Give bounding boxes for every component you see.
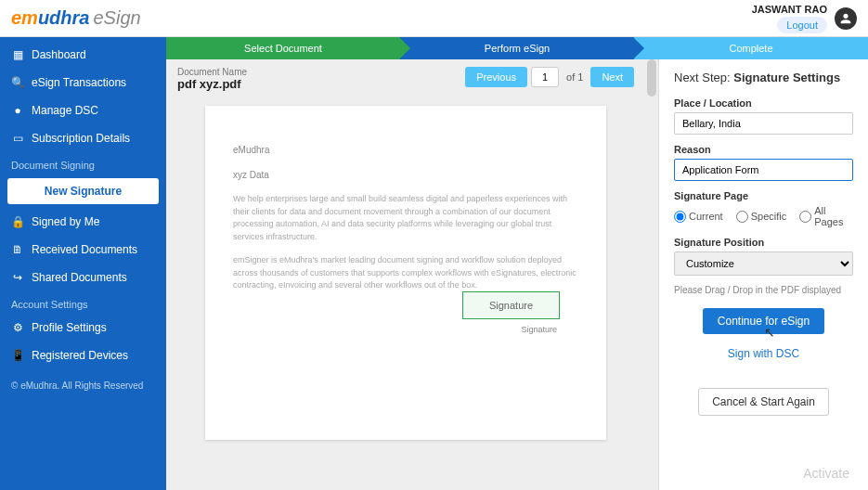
settings-pane: Next Step: Signature Settings Place / Lo… (658, 59, 868, 490)
lock-icon: 🔒 (11, 215, 24, 228)
step-complete[interactable]: Complete (634, 37, 868, 59)
pdf-paragraph: emSigner is eMudhra's market leading doc… (233, 254, 578, 292)
document-name-label: Document Name (177, 67, 247, 77)
place-input[interactable] (674, 112, 853, 135)
radio-all-label: All Pages (814, 205, 853, 227)
step-bar: Select Document Perform eSign Complete (166, 37, 868, 59)
sidebar-section-account: Account Settings (0, 291, 166, 314)
previous-button[interactable]: Previous (465, 67, 527, 87)
radio-all[interactable]: All Pages (799, 205, 853, 227)
sidebar-item-label: Manage DSC (32, 104, 98, 117)
radio-current-input[interactable] (674, 211, 686, 223)
logo-part3: eSign (93, 7, 140, 28)
page-of: of 1 (566, 71, 583, 83)
step-select-document[interactable]: Select Document (166, 37, 400, 59)
sidebar-section-doc-signing: Document Signing (0, 152, 166, 174)
logo-part1: em (11, 7, 38, 28)
sidebar: ▦Dashboard 🔍eSign Transactions ●Manage D… (0, 37, 166, 490)
user-box: JASWANT RAO Logout (752, 4, 857, 33)
pane-title-bold: Signature Settings (733, 71, 840, 84)
document-pane: Document Name pdf xyz.pdf Previous of 1 … (166, 59, 645, 490)
scrollbar[interactable] (645, 59, 658, 490)
page-nav: Previous of 1 Next (465, 67, 634, 87)
sidebar-item-label: Shared Documents (32, 271, 127, 284)
document-name: pdf xyz.pdf (177, 77, 247, 91)
share-icon: ↪ (11, 271, 24, 284)
gear-icon: ⚙ (11, 321, 24, 334)
sidebar-item-received[interactable]: 🗎Received Documents (0, 236, 166, 264)
place-label: Place / Location (674, 97, 853, 109)
sign-with-dsc-link[interactable]: Sign with DSC (728, 347, 799, 360)
signature-box[interactable]: Signature (462, 291, 560, 319)
document-name-box: Document Name pdf xyz.pdf (177, 67, 247, 91)
sidebar-item-subscription[interactable]: ▭Subscription Details (0, 124, 166, 152)
scroll-thumb[interactable] (647, 59, 656, 97)
sidebar-item-label: Received Documents (32, 243, 137, 256)
logout-button[interactable]: Logout (777, 17, 827, 33)
pdf-paragraph: We help enterprises large and small buil… (233, 193, 578, 243)
main-area: Select Document Perform eSign Complete D… (166, 37, 868, 490)
sidebar-item-label: Profile Settings (32, 321, 107, 334)
sigpos-select[interactable]: Customize (674, 251, 853, 276)
sidebar-item-label: Registered Devices (32, 349, 128, 362)
pane-title-prefix: Next Step: (674, 71, 733, 84)
logo-part2: udhra (38, 7, 90, 28)
logo: emudhraeSign (11, 7, 141, 29)
next-button[interactable]: Next (590, 67, 634, 87)
avatar-icon[interactable] (835, 7, 857, 30)
sidebar-item-shared[interactable]: ↪Shared Documents (0, 264, 166, 291)
reason-input[interactable] (674, 159, 853, 181)
sidebar-item-devices[interactable]: 📱Registered Devices (0, 342, 166, 369)
new-signature-button[interactable]: New Signature (7, 178, 159, 204)
copyright: © eMudhra. All Rights Reserved (0, 369, 166, 402)
sidebar-item-dashboard[interactable]: ▦Dashboard (0, 41, 166, 69)
search-icon: 🔍 (11, 76, 24, 89)
sidebar-item-profile[interactable]: ⚙Profile Settings (0, 314, 166, 342)
sidebar-item-signed-by-me[interactable]: 🔒Signed by Me (0, 208, 166, 236)
radio-specific[interactable]: Specific (736, 205, 787, 227)
document-view[interactable]: eMudhra xyz Data We help enterprises lar… (177, 97, 634, 490)
radio-current-label: Current (689, 211, 723, 222)
sidebar-item-label: Signed by Me (32, 215, 99, 228)
dashboard-icon: ▦ (11, 48, 24, 61)
signature-label: Signature (521, 324, 557, 337)
page-input[interactable] (531, 67, 559, 87)
username: JASWANT RAO (752, 4, 827, 15)
radio-all-input[interactable] (799, 211, 811, 223)
sidebar-item-label: Subscription Details (32, 132, 130, 145)
continue-esign-button[interactable]: Continue for eSign (703, 308, 824, 334)
pane-title: Next Step: Signature Settings (674, 71, 853, 84)
pdf-heading2: xyz Data (233, 168, 578, 182)
radio-specific-label: Specific (751, 211, 787, 222)
reason-label: Reason (674, 144, 853, 155)
sigpage-label: Signature Page (674, 190, 853, 201)
radio-specific-input[interactable] (736, 211, 748, 223)
sidebar-item-manage-dsc[interactable]: ●Manage DSC (0, 97, 166, 124)
circle-icon: ● (11, 104, 24, 117)
drag-hint: Please Drag / Drop in the PDF displayed (674, 285, 853, 295)
card-icon: ▭ (11, 132, 24, 145)
radio-current[interactable]: Current (674, 205, 723, 227)
cancel-button[interactable]: Cancel & Start Again (698, 388, 829, 416)
top-bar: emudhraeSign JASWANT RAO Logout (0, 0, 868, 37)
sidebar-item-esign-transactions[interactable]: 🔍eSign Transactions (0, 69, 166, 97)
step-perform-esign[interactable]: Perform eSign (400, 37, 634, 59)
sidebar-item-label: Dashboard (32, 48, 86, 61)
pdf-heading1: eMudhra (233, 143, 578, 157)
file-icon: 🗎 (11, 243, 24, 256)
device-icon: 📱 (11, 349, 24, 362)
sidebar-item-label: eSign Transactions (32, 76, 126, 89)
sigpos-label: Signature Position (674, 237, 853, 248)
pdf-page: eMudhra xyz Data We help enterprises lar… (205, 106, 606, 440)
